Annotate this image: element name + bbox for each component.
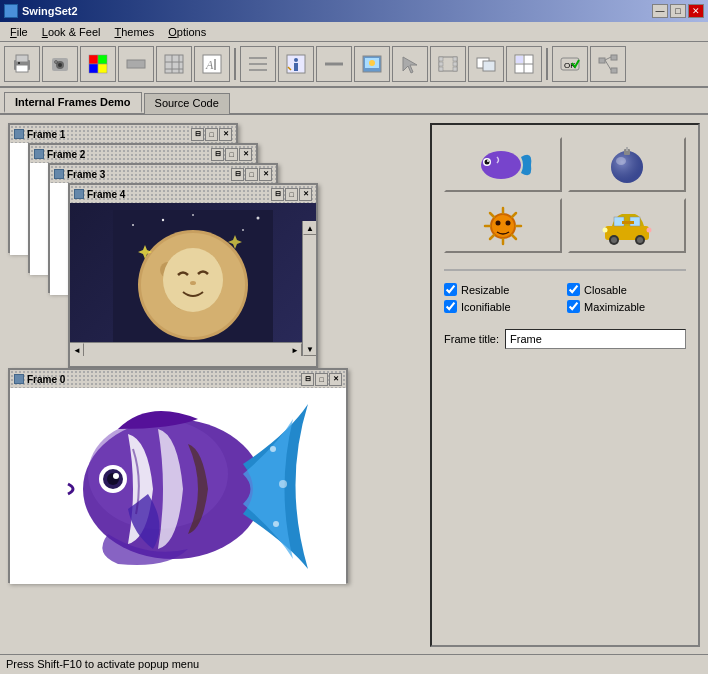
app-icon xyxy=(4,4,18,18)
toolbar-sep2 xyxy=(546,48,548,80)
svg-rect-3 xyxy=(18,62,20,64)
scroll-down-btn[interactable]: ▼ xyxy=(303,342,316,356)
controls-panel: Resizable Closable Iconifiable Maximizab… xyxy=(430,123,700,647)
status-bar: Press Shift-F10 to activate popup menu xyxy=(0,654,708,674)
svg-point-66 xyxy=(163,248,223,312)
frame-0[interactable]: Frame 0 ⊟ □ ✕ xyxy=(8,368,348,583)
ok-btn[interactable]: OK xyxy=(552,46,588,82)
tab-bar: Internal Frames Demo Source Code xyxy=(0,88,708,115)
film-btn[interactable] xyxy=(430,46,466,82)
svg-rect-9 xyxy=(98,55,107,64)
frame-4-close[interactable]: ✕ xyxy=(299,188,312,201)
frame-3-iconify[interactable]: ⊟ xyxy=(231,168,244,181)
frame-4-titlebar[interactable]: Frame 4 ⊟ □ ✕ xyxy=(70,185,316,203)
toolbar-sep1 xyxy=(234,48,236,80)
rect-btn[interactable] xyxy=(118,46,154,82)
window-btn[interactable] xyxy=(468,46,504,82)
frame-1-iconify[interactable]: ⊟ xyxy=(191,128,204,141)
frame-2-iconify[interactable]: ⊟ xyxy=(211,148,224,161)
maximize-button[interactable]: □ xyxy=(670,4,686,18)
svg-point-25 xyxy=(294,58,298,62)
svg-rect-35 xyxy=(439,62,443,66)
svg-rect-36 xyxy=(439,67,443,71)
svg-point-6 xyxy=(58,63,62,67)
arrow-btn[interactable] xyxy=(392,46,428,82)
camera-btn[interactable] xyxy=(42,46,78,82)
tab-internal-frames[interactable]: Internal Frames Demo xyxy=(4,92,142,113)
scroll-up-btn[interactable]: ▲ xyxy=(303,221,316,235)
sun-creature-btn[interactable] xyxy=(444,198,562,253)
svg-line-52 xyxy=(605,60,611,70)
frame-1-titlebar[interactable]: Frame 1 ⊟ □ ✕ xyxy=(10,125,236,143)
frame-0-icon xyxy=(14,374,24,384)
menu-file[interactable]: File xyxy=(4,24,34,40)
svg-point-79 xyxy=(485,159,490,164)
frame-0-titlebar[interactable]: Frame 0 ⊟ □ ✕ xyxy=(10,370,346,388)
lines-btn[interactable] xyxy=(240,46,276,82)
frame-title-input[interactable] xyxy=(505,329,686,349)
maximizable-checkbox[interactable] xyxy=(567,300,580,313)
close-button[interactable]: ✕ xyxy=(688,4,704,18)
svg-rect-38 xyxy=(453,62,457,66)
svg-point-72 xyxy=(273,521,279,527)
frame-4[interactable]: Frame 4 ⊟ □ ✕ xyxy=(68,183,318,368)
frame-3-close[interactable]: ✕ xyxy=(259,168,272,181)
frame-4-scrollbar-v[interactable]: ▲ ▼ xyxy=(302,221,316,356)
dash-btn[interactable] xyxy=(316,46,352,82)
ornament-icon-btn[interactable] xyxy=(568,137,686,192)
svg-point-97 xyxy=(506,220,511,225)
frame-3-title: Frame 3 xyxy=(67,169,105,180)
svg-point-57 xyxy=(257,216,260,219)
svg-line-94 xyxy=(490,213,494,217)
frame-4-maximize[interactable]: □ xyxy=(285,188,298,201)
frame-0-close[interactable]: ✕ xyxy=(329,373,342,386)
resizable-checkbox[interactable] xyxy=(444,283,457,296)
frame-4-iconify[interactable]: ⊟ xyxy=(271,188,284,201)
menu-options[interactable]: Options xyxy=(162,24,212,40)
frame-2-close[interactable]: ✕ xyxy=(239,148,252,161)
fish-icon-btn-1[interactable] xyxy=(444,137,562,192)
svg-line-90 xyxy=(512,235,516,239)
svg-rect-2 xyxy=(16,65,28,72)
photo-btn[interactable] xyxy=(354,46,390,82)
frame-0-iconify[interactable]: ⊟ xyxy=(301,373,314,386)
frame-2-titlebar[interactable]: Frame 2 ⊟ □ ✕ xyxy=(30,145,256,163)
closable-checkbox[interactable] xyxy=(567,283,580,296)
frame-0-maximize[interactable]: □ xyxy=(315,373,328,386)
print-btn[interactable] xyxy=(4,46,40,82)
branch-btn[interactable] xyxy=(590,46,626,82)
svg-rect-10 xyxy=(89,64,98,73)
svg-rect-11 xyxy=(98,64,107,73)
menu-themes[interactable]: Themes xyxy=(108,24,160,40)
menu-look-feel[interactable]: Look & Feel xyxy=(36,24,107,40)
grid-btn[interactable] xyxy=(156,46,192,82)
svg-line-51 xyxy=(605,57,611,60)
frame-2-maximize[interactable]: □ xyxy=(225,148,238,161)
svg-rect-85 xyxy=(626,147,628,151)
scroll-left-btn[interactable]: ◄ xyxy=(70,343,84,356)
info-btn[interactable] xyxy=(278,46,314,82)
frame-1-maximize[interactable]: □ xyxy=(205,128,218,141)
scroll-right-btn[interactable]: ► xyxy=(288,343,302,356)
table-btn[interactable] xyxy=(506,46,542,82)
minimize-button[interactable]: — xyxy=(652,4,668,18)
app-title: SwingSet2 xyxy=(22,5,78,17)
iconifiable-checkbox[interactable] xyxy=(444,300,457,313)
frame-4-scrollbar-h[interactable]: ◄ ► xyxy=(70,342,302,356)
frame-title-label: Frame title: xyxy=(444,333,499,345)
tab-source-code[interactable]: Source Code xyxy=(144,93,230,114)
car-icon-btn[interactable] xyxy=(568,198,686,253)
frame-1-close[interactable]: ✕ xyxy=(219,128,232,141)
frame-3-maximize[interactable]: □ xyxy=(245,168,258,181)
svg-point-67 xyxy=(190,281,196,285)
palette-btn[interactable] xyxy=(80,46,116,82)
svg-rect-12 xyxy=(127,60,145,68)
svg-point-76 xyxy=(113,473,119,479)
frame-3-titlebar[interactable]: Frame 3 ⊟ □ ✕ xyxy=(50,165,276,183)
frames-area: Frame 1 ⊟ □ ✕ Frame 2 ⊟ xyxy=(8,123,422,647)
frame-1-icon xyxy=(14,129,24,139)
svg-rect-34 xyxy=(439,57,443,61)
text-btn[interactable]: A xyxy=(194,46,230,82)
toolbar: A OK xyxy=(0,42,708,88)
svg-point-96 xyxy=(496,220,501,225)
